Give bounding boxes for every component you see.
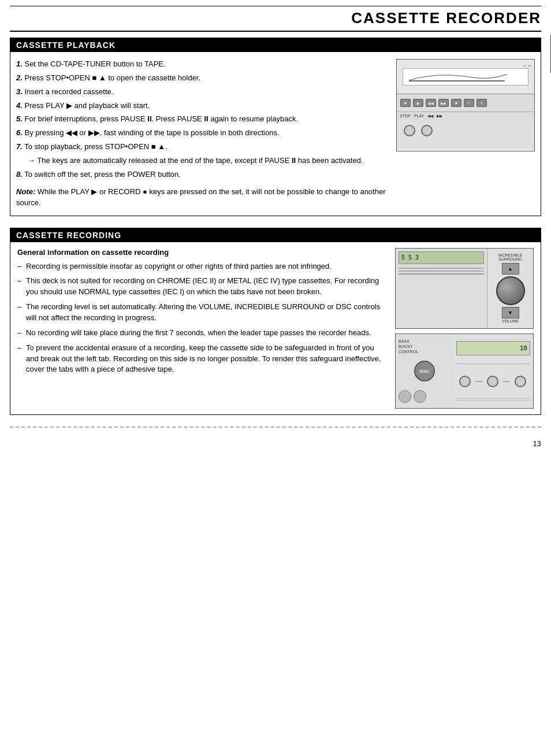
bullet-3: The recording level is set automatically…	[17, 302, 386, 324]
page-number: 13	[10, 439, 541, 448]
recording-device-top: 5 5 3 INCREDIBLESURROUND	[395, 248, 534, 329]
arrow-down-btn[interactable]: ▼	[502, 307, 519, 318]
tape-line-1	[399, 268, 484, 269]
rec-reel-1	[459, 376, 471, 387]
rec-reel-2	[487, 376, 498, 387]
step-3: 3. Insert a recorded cassette.	[16, 87, 388, 98]
playback-note: Note: While the PLAY ▶ or RECORD ● keys …	[16, 186, 388, 209]
tape-line-2	[399, 270, 484, 272]
device-play-btn: ▶	[413, 99, 423, 107]
recording-section-header: CASSETTE RECORDING	[10, 228, 541, 242]
device-stop-btn: ■	[400, 99, 411, 107]
device-rec-inner: 5 5 3 INCREDIBLESURROUND	[396, 249, 533, 328]
playback-section-header: CASSETTE PLAYBACK	[10, 38, 541, 52]
device-corner-text: ⌐ ⌐	[524, 62, 531, 68]
device-top-illustration: ⌐ ⌐ ■ ▶ ◀◀ ▶▶ ■ = II STOP	[396, 59, 535, 151]
rec-display-value: 10	[520, 344, 527, 352]
reel-right	[421, 125, 433, 136]
playback-steps: 1. Set the CD-TAPE-TUNER button to TAPE.…	[16, 59, 388, 180]
recording-text: General information on cassette recordin…	[17, 248, 386, 409]
device-rewind-btn: ◀◀	[426, 99, 436, 107]
playback-device-image: ⌐ ⌐ ■ ▶ ◀◀ ▶▶ ■ = II STOP	[396, 59, 535, 209]
rec-bottom-left-panel: BASSBOOSTCONTROL DSC	[396, 334, 453, 408]
rec-arrow-controls: ▲ ▼	[496, 263, 525, 318]
deco-line-1	[456, 398, 530, 399]
device-controls-row: ■ ▶ ◀◀ ▶▶ ■ = II	[397, 94, 534, 112]
recording-section: CASSETTE RECORDING General information o…	[10, 228, 541, 415]
incredible-surround-label: INCREDIBLESURROUND	[498, 253, 522, 261]
lbl-ffw: ▶▶	[437, 114, 442, 118]
rec-deco-lines	[456, 398, 530, 401]
step-8: 8. To switch off the set, press the POWE…	[16, 169, 388, 180]
step-4: 4. Press PLAY ▶ and playback will start.	[16, 101, 388, 112]
bullet-1: Recording is permissible insofar as copy…	[17, 261, 386, 272]
bottom-small-btns	[399, 388, 451, 403]
note-label: Note:	[16, 187, 35, 196]
rec-tape-area	[399, 268, 484, 275]
step-5: 5. For brief interruptions, press PAUSE …	[16, 114, 388, 125]
recording-layout: General information on cassette recordin…	[17, 248, 534, 409]
bullet-4: No recording will take place during the …	[17, 328, 386, 339]
device-labels-row: STOP PLAY ◀◀ ▶▶	[397, 112, 534, 120]
small-btn-2	[414, 390, 426, 403]
device-stop2-btn: ■	[451, 99, 461, 107]
rec-reel-connector	[475, 381, 482, 382]
arrow-up-btn[interactable]: ▲	[502, 263, 519, 275]
display-digits: 5 5 3	[401, 254, 419, 261]
rec-bottom-display: 10	[456, 341, 530, 355]
volume-label: VOLUME	[502, 319, 519, 323]
deco-line-2	[456, 400, 530, 401]
device-eject-btn: =	[464, 99, 474, 107]
device-rec-right-panel: INCREDIBLESURROUND ▲ ▼	[487, 249, 533, 328]
bullet-5: To prevent the accidental erasure of a r…	[17, 343, 386, 376]
cassette-slot	[403, 68, 528, 86]
step-6: 6. By pressing ◀◀ or ▶▶, fast winding of…	[16, 128, 388, 139]
recording-bullets: Recording is permissible insofar as copy…	[17, 261, 386, 376]
bass-boost-label: BASSBOOSTCONTROL	[399, 339, 451, 354]
page-title: CASSETTE RECORDER	[10, 9, 541, 32]
arrow-up-icon: ▲	[508, 266, 513, 272]
tape-curve-svg	[403, 69, 507, 85]
rec-bottom-right-panel: 10	[453, 334, 533, 408]
reel-left	[404, 125, 415, 136]
rec-bottom-inner: BASSBOOSTCONTROL DSC	[396, 334, 533, 408]
device-ffwd-btn: ▶▶	[438, 99, 449, 107]
arrow-down-icon: ▼	[508, 310, 513, 316]
rec-reels-row	[456, 373, 530, 390]
lbl-stop: STOP	[400, 114, 411, 118]
volume-knob	[496, 276, 525, 305]
step-7: 7. To stop playback, press STOP•OPEN ■ ▲…	[16, 142, 388, 153]
rec-reel-3	[515, 376, 526, 387]
tape-line-3	[399, 273, 484, 275]
step-1: 1. Set the CD-TAPE-TUNER button to TAPE.	[16, 59, 388, 70]
lbl-play: PLAY	[414, 114, 424, 118]
bullet-2: This deck is not suited for recording on…	[17, 276, 386, 298]
device-reel-area	[397, 120, 534, 141]
device-rec-left-panel: 5 5 3	[396, 249, 487, 328]
recording-sub-header: General information on cassette recordin…	[17, 248, 386, 257]
step-7a: → The keys are automatically released at…	[16, 155, 388, 166]
recording-images: 5 5 3 INCREDIBLESURROUND	[395, 248, 534, 409]
bottom-divider	[10, 427, 541, 428]
dsc-button[interactable]: DSC	[414, 361, 435, 381]
rec-reel-connector2	[503, 381, 510, 382]
rec-separator	[456, 364, 530, 364]
step-2: 2. Press STOP•OPEN ■ ▲ to open the casse…	[16, 73, 388, 84]
rec-display-top: 5 5 3	[399, 251, 484, 264]
device-cassette-slot-area: ⌐ ⌐	[397, 60, 534, 94]
playback-text: 1. Set the CD-TAPE-TUNER button to TAPE.…	[16, 59, 388, 209]
recording-content: General information on cassette recordin…	[10, 242, 541, 414]
device-pause-btn: II	[476, 99, 487, 107]
lbl-rev: ◀◀	[427, 114, 433, 118]
recording-device-bottom: BASSBOOSTCONTROL DSC	[395, 333, 534, 409]
device-bottom-area	[397, 120, 534, 149]
small-btn-1	[399, 390, 411, 403]
playback-section: CASSETTE PLAYBACK 1. Set the CD-TAPE-TUN…	[10, 38, 541, 216]
